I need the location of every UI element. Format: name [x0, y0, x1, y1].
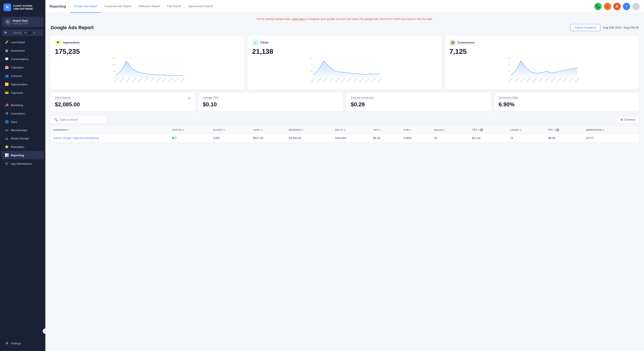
sidebar-item-settings[interactable]: ⚙ Settings [1, 339, 44, 347]
sidebar-item-reputation[interactable]: ⭐Reputation [1, 143, 44, 151]
th-sales[interactable]: SALES⇅ [432, 126, 470, 134]
sort-icon: ⇅ [379, 129, 381, 131]
sidebar-item-media-storage[interactable]: 🗂Media Storage [1, 134, 44, 142]
th-cps[interactable]: CPS⇅? [469, 126, 508, 134]
sidebar-item-contacts[interactable]: 👥Contacts [1, 72, 44, 80]
sidebar-item-app-marketplace[interactable]: 🛒App Marketplace [1, 160, 44, 168]
th-status[interactable]: STATUS⇅ [170, 126, 210, 134]
sidebar-item-conversations[interactable]: 💬Conversations [1, 55, 44, 63]
svg-text:Jul 2021: Jul 2021 [150, 77, 155, 82]
tab-call[interactable]: Call Report [164, 0, 185, 13]
stat-card-conversion-rate: Conversion Rate 6.90% [494, 93, 639, 111]
campaign-cell: Interior Design: High-end Residential [50, 134, 170, 142]
sidebar-item-payments[interactable]: 💳Payments [1, 89, 44, 97]
megaphone-icon-button[interactable]: 📣 [604, 3, 611, 10]
metrics-row: 👁 Impressions 175,235 150k100k50k0 Jan 2… [50, 36, 639, 89]
cpl-cell: $8.59 [546, 134, 583, 142]
reporting-icon: 📊 [5, 153, 9, 157]
svg-text:1k: 1k [508, 70, 510, 72]
tab-appointment[interactable]: Appointment Report [185, 0, 216, 13]
banner-click-here-link[interactable]: Click Here [292, 17, 305, 21]
columns-icon: ⊞ [620, 118, 623, 121]
th-clicks[interactable]: CLICKS⇅ [210, 126, 250, 134]
conversion-rate-label: Conversion Rate [499, 96, 518, 99]
stat-card-client-spends: Client Spends ⚙ $2,085.00 [50, 93, 195, 111]
help-icon-button[interactable]: ? [623, 3, 630, 10]
report-header-right: Submit Feedback Aug 12th 2024 - Aug 27th… [570, 24, 639, 31]
sidebar-item-dashboard[interactable]: ▦Dashboard [1, 47, 44, 55]
th-impressions[interactable]: IMPRESSION⇅ [583, 126, 639, 134]
tab-google-ads[interactable]: Google Ads Report [70, 0, 101, 13]
impressions-label: Impressions [63, 41, 80, 44]
sidebar-item-memberships[interactable]: 🏷Memberships [1, 126, 44, 134]
sort-icon: ⇅ [478, 129, 480, 131]
svg-text:0: 0 [509, 77, 510, 79]
sidebar-item-reporting-label: Reporting [11, 154, 24, 157]
sites-icon: 🌐 [5, 120, 9, 124]
sidebar-item-calendars[interactable]: 📅Calendars [1, 63, 44, 72]
th-cpl[interactable]: CPL⇅? [546, 126, 583, 134]
campaign-link[interactable]: Interior Design: High-end Residential [53, 136, 99, 140]
metric-card-clicks: ⚡ Clicks 21,138 7.5k5k2.5k0 Jan 2021Feb … [248, 36, 442, 89]
sidebar-item-automation[interactable]: ⚙Automation [1, 109, 44, 118]
status-cell [170, 134, 210, 142]
help-icon[interactable]: ? [480, 128, 483, 131]
tab-attribution[interactable]: Attribution Report [135, 0, 164, 13]
svg-text:Nov 2021: Nov 2021 [371, 77, 376, 83]
help-icon[interactable]: ? [556, 128, 559, 131]
th-roi[interactable]: ROI %⇅ [333, 126, 370, 134]
table-search-box[interactable]: 🔍 [50, 116, 107, 124]
settings-icon: ⚙ [5, 341, 9, 345]
sidebar-item-opportunities[interactable]: 🔀Opportunities [1, 80, 44, 88]
sidebar-collapse-button[interactable]: ◀ [43, 328, 45, 334]
cost-cell: $627.00 [250, 134, 286, 142]
chevron-down-icon: ⌄ [38, 20, 40, 23]
sort-icon: ⇅ [603, 129, 605, 131]
sidebar-item-opportunities-label: Opportunities [11, 83, 28, 86]
th-revenue[interactable]: REVENUE⇅ [286, 126, 333, 134]
svg-text:Apr 2021: Apr 2021 [526, 77, 531, 83]
clicks-value: 21,138 [252, 48, 437, 56]
user-avatar[interactable] [632, 3, 640, 10]
report-title: Google Ads Report [50, 25, 94, 31]
table-search-input[interactable] [60, 118, 104, 121]
cps-cell: $11.61 [469, 134, 508, 142]
metric-card-conversions: 🎯 Conversions 7,125 3k2k1k0 Jan 2021Feb … [445, 36, 639, 89]
ctr-cell: 0.00% [401, 134, 432, 142]
sidebar-item-sites[interactable]: 🌐Sites [1, 118, 44, 126]
sidebar-item-reporting[interactable]: 📊Reporting [1, 151, 44, 159]
tab-facebook-ads[interactable]: Facebook Ads Report [101, 0, 135, 13]
th-leads[interactable]: LEADS⇅ [508, 126, 546, 134]
columns-button[interactable]: ⊞ Columns [617, 116, 639, 123]
phone-icon-button[interactable]: 📞 [594, 3, 602, 10]
sidebar-search[interactable]: 🔍 Search ⌘K + [2, 30, 43, 36]
sidebar-item-launchpad[interactable]: 🚀Launchpad [1, 38, 44, 46]
th-ctr[interactable]: CTR⇅ [401, 126, 432, 134]
workspace-selector[interactable]: A Airport Sync Farmington, MO ⌄ [2, 17, 44, 27]
svg-text:Aug 2021: Aug 2021 [156, 77, 161, 83]
sidebar-item-marketing[interactable]: 📣Marketing [1, 101, 44, 109]
conversions-metric-icon: 🎯 [450, 39, 456, 46]
th-campaign[interactable]: CAMPAIGN⇅ [50, 126, 170, 134]
metric-card-impressions: 👁 Impressions 175,235 150k100k50k0 Jan 2… [50, 36, 244, 89]
submit-feedback-button[interactable]: Submit Feedback [570, 24, 600, 31]
sidebar-item-marketing-label: Marketing [11, 104, 23, 107]
clicks-label: Clicks [260, 41, 268, 44]
sidebar-item-app-marketplace-label: App Marketplace [11, 162, 32, 165]
gear-icon[interactable]: ⚙ [188, 96, 191, 100]
th-cost[interactable]: COST⇅ [250, 126, 286, 134]
search-kbd: ⌘K [23, 31, 32, 35]
calendars-icon: 📅 [5, 66, 9, 69]
svg-text:Sep 2021: Sep 2021 [359, 77, 364, 83]
client-spends-label: Client Spends [55, 96, 71, 99]
notification-icon-button[interactable]: 🔔 [613, 3, 621, 10]
sort-icon: ⇅ [520, 129, 521, 131]
svg-text:Oct 2021: Oct 2021 [168, 77, 173, 83]
sidebar-item-settings-label: Settings [11, 342, 21, 345]
dashboard-icon: ▦ [5, 49, 9, 53]
svg-text:Apr 2021: Apr 2021 [329, 77, 334, 83]
average-cpc-label: Average CPC [203, 96, 218, 99]
sort-icon: ⇅ [182, 129, 184, 131]
th-cpc[interactable]: CPC⇅ [370, 126, 401, 134]
svg-text:Sep 2021: Sep 2021 [556, 77, 562, 83]
